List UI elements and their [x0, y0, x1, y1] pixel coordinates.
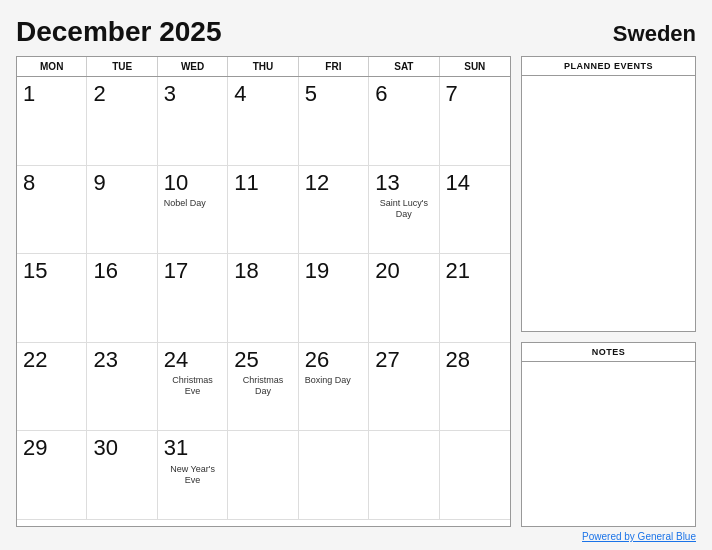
day-number: 27: [375, 347, 399, 373]
day-of-week-header: WED: [158, 57, 228, 76]
day-of-week-header: MON: [17, 57, 87, 76]
day-number: 5: [305, 81, 317, 107]
day-number: 29: [23, 435, 47, 461]
day-number: 28: [446, 347, 470, 373]
main-area: MONTUEWEDTHUFRISATSUN 12345678910Nobel D…: [16, 56, 696, 527]
day-number: 3: [164, 81, 176, 107]
calendar-day-cell: 11: [228, 166, 298, 255]
calendar-day-cell: [299, 431, 369, 520]
calendar-day-cell: 30: [87, 431, 157, 520]
day-of-week-header: FRI: [299, 57, 369, 76]
country-title: Sweden: [613, 21, 696, 47]
calendar-day-cell: 7: [440, 77, 510, 166]
day-number: 9: [93, 170, 105, 196]
calendar-day-cell: 18: [228, 254, 298, 343]
day-number: 6: [375, 81, 387, 107]
calendar-day-cell: 27: [369, 343, 439, 432]
day-number: 21: [446, 258, 470, 284]
calendar-day-cell: 22: [17, 343, 87, 432]
page: December 2025 Sweden MONTUEWEDTHUFRISATS…: [0, 0, 712, 550]
header: December 2025 Sweden: [16, 16, 696, 48]
calendar-day-cell: 19: [299, 254, 369, 343]
day-number: 7: [446, 81, 458, 107]
calendar-day-cell: 1: [17, 77, 87, 166]
day-number: 24: [164, 347, 188, 373]
calendar-day-cell: 2: [87, 77, 157, 166]
day-number: 11: [234, 170, 258, 196]
calendar-day-cell: [369, 431, 439, 520]
day-number: 12: [305, 170, 329, 196]
day-number: 17: [164, 258, 188, 284]
day-of-week-header: THU: [228, 57, 298, 76]
day-number: 20: [375, 258, 399, 284]
day-number: 14: [446, 170, 470, 196]
calendar-day-cell: [228, 431, 298, 520]
day-number: 13: [375, 170, 399, 196]
day-number: 10: [164, 170, 188, 196]
event-label: New Year's Eve: [164, 464, 221, 486]
day-number: 31: [164, 435, 188, 461]
event-label: Boxing Day: [305, 375, 351, 386]
day-number: 4: [234, 81, 246, 107]
calendar-day-cell: 24Christmas Eve: [158, 343, 228, 432]
planned-events-content: [522, 76, 695, 331]
calendar-day-cell: 31New Year's Eve: [158, 431, 228, 520]
calendar-day-cell: 4: [228, 77, 298, 166]
day-number: 1: [23, 81, 35, 107]
calendar-day-cell: 13Saint Lucy's Day: [369, 166, 439, 255]
planned-events-box: PLANNED EVENTS: [521, 56, 696, 332]
day-of-week-header: SAT: [369, 57, 439, 76]
calendar: MONTUEWEDTHUFRISATSUN 12345678910Nobel D…: [16, 56, 511, 527]
day-number: 16: [93, 258, 117, 284]
day-of-week-header: SUN: [440, 57, 510, 76]
calendar-day-cell: 17: [158, 254, 228, 343]
day-number: 15: [23, 258, 47, 284]
planned-events-label: PLANNED EVENTS: [522, 57, 695, 76]
day-number: 23: [93, 347, 117, 373]
event-label: Nobel Day: [164, 198, 206, 209]
calendar-header: MONTUEWEDTHUFRISATSUN: [17, 57, 510, 77]
day-number: 26: [305, 347, 329, 373]
calendar-day-cell: 23: [87, 343, 157, 432]
calendar-day-cell: 10Nobel Day: [158, 166, 228, 255]
calendar-day-cell: 9: [87, 166, 157, 255]
calendar-day-cell: 14: [440, 166, 510, 255]
month-year-title: December 2025: [16, 16, 221, 48]
day-number: 8: [23, 170, 35, 196]
sidebar: PLANNED EVENTS NOTES: [521, 56, 696, 527]
day-number: 22: [23, 347, 47, 373]
calendar-day-cell: 12: [299, 166, 369, 255]
notes-label: NOTES: [522, 343, 695, 362]
calendar-day-cell: 5: [299, 77, 369, 166]
calendar-day-cell: 6: [369, 77, 439, 166]
notes-box: NOTES: [521, 342, 696, 527]
calendar-day-cell: 16: [87, 254, 157, 343]
calendar-day-cell: 3: [158, 77, 228, 166]
footer: Powered by General Blue: [16, 531, 696, 542]
day-number: 18: [234, 258, 258, 284]
powered-by-link[interactable]: Powered by General Blue: [582, 531, 696, 542]
calendar-day-cell: 8: [17, 166, 87, 255]
notes-content: [522, 362, 695, 526]
calendar-day-cell: 29: [17, 431, 87, 520]
day-number: 19: [305, 258, 329, 284]
calendar-day-cell: [440, 431, 510, 520]
calendar-day-cell: 21: [440, 254, 510, 343]
calendar-day-cell: 15: [17, 254, 87, 343]
calendar-day-cell: 26Boxing Day: [299, 343, 369, 432]
day-number: 25: [234, 347, 258, 373]
calendar-day-cell: 20: [369, 254, 439, 343]
event-label: Saint Lucy's Day: [375, 198, 432, 220]
calendar-day-cell: 28: [440, 343, 510, 432]
event-label: Christmas Day: [234, 375, 291, 397]
country-section: Sweden: [613, 21, 696, 47]
day-number: 30: [93, 435, 117, 461]
calendar-day-cell: 25Christmas Day: [228, 343, 298, 432]
calendar-body: 12345678910Nobel Day111213Saint Lucy's D…: [17, 77, 510, 520]
day-number: 2: [93, 81, 105, 107]
day-of-week-header: TUE: [87, 57, 157, 76]
event-label: Christmas Eve: [164, 375, 221, 397]
